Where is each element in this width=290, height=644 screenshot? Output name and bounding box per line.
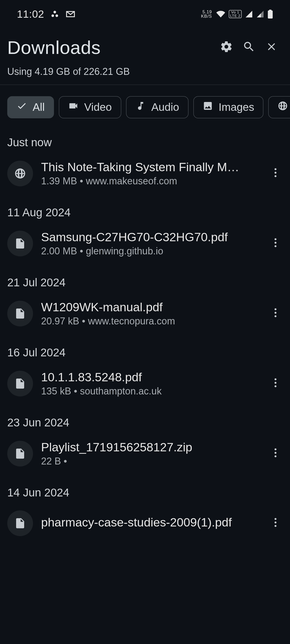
- chip-label: Audio: [151, 101, 179, 114]
- svg-point-10: [274, 245, 276, 247]
- more-vert-icon: [274, 308, 277, 320]
- section-header: 11 Aug 2024: [0, 194, 290, 223]
- video-icon: [68, 101, 79, 114]
- app-bar: Downloads: [0, 28, 290, 63]
- svg-point-5: [274, 168, 276, 170]
- file-icon: [7, 371, 33, 397]
- data-rate: 5.19 KB/S: [201, 10, 212, 19]
- filter-chip-more[interactable]: [268, 96, 290, 119]
- status-time: 11:02: [17, 8, 44, 20]
- battery-icon: [267, 10, 273, 19]
- svg-point-18: [274, 452, 276, 454]
- file-meta: 1.39 MBwww.makeuseof.com: [41, 175, 258, 187]
- file-meta: 20.97 kBwww.tecnopura.com: [41, 316, 258, 327]
- more-options-button[interactable]: [266, 444, 285, 463]
- storage-usage-line: Using 4.19 GB of 226.21 GB: [0, 63, 290, 85]
- globe-icon: [7, 161, 33, 186]
- svg-point-1: [51, 14, 54, 17]
- more-vert-icon: [274, 378, 277, 390]
- svg-point-11: [274, 308, 276, 310]
- svg-point-17: [274, 448, 276, 450]
- downloads-list: Just now This Note-Taking System Finally…: [0, 124, 290, 543]
- svg-point-22: [274, 525, 276, 527]
- filter-chip-audio[interactable]: Audio: [126, 96, 189, 119]
- svg-point-12: [274, 312, 276, 314]
- more-vert-icon: [274, 448, 277, 460]
- file-name: pharmacy-case-studies-2009(1).pdf: [41, 516, 258, 529]
- list-item[interactable]: pharmacy-case-studies-2009(1).pdf: [0, 503, 290, 543]
- more-vert-icon: [274, 237, 277, 250]
- volte-badge-icon: Vo 1 LTE 2: [229, 10, 242, 18]
- file-name: Samsung-C27HG70-C32HG70.pdf: [41, 230, 258, 244]
- filter-chip-all[interactable]: All: [7, 96, 54, 119]
- svg-point-9: [274, 242, 276, 244]
- section-header: 23 Jun 2024: [0, 404, 290, 433]
- check-icon: [17, 101, 27, 114]
- more-vert-icon: [274, 167, 277, 180]
- svg-point-7: [274, 175, 276, 177]
- more-options-button[interactable]: [266, 374, 285, 393]
- filter-chips: All Video Audio Images: [0, 85, 290, 124]
- close-button[interactable]: [260, 36, 283, 59]
- svg-rect-3: [268, 10, 273, 19]
- file-icon: [7, 441, 33, 467]
- file-meta: 135 kBsouthampton.ac.uk: [41, 386, 258, 397]
- status-bar: 11:02 5.19 KB/S Vo 1 LTE 2: [0, 0, 290, 28]
- svg-point-13: [274, 315, 276, 317]
- filter-chip-video[interactable]: Video: [59, 96, 121, 119]
- page-title: Downloads: [7, 37, 215, 58]
- section-header: 21 Jul 2024: [0, 264, 290, 293]
- svg-point-14: [274, 378, 276, 380]
- list-item[interactable]: 10.1.1.83.5248.pdf 135 kBsouthampton.ac.…: [0, 363, 290, 404]
- svg-point-19: [274, 455, 276, 457]
- app-notification-dots-icon: [50, 9, 59, 19]
- section-header: Just now: [0, 124, 290, 153]
- section-header: 16 Jul 2024: [0, 334, 290, 363]
- file-meta: 22 B: [41, 456, 258, 467]
- image-icon: [202, 101, 213, 114]
- more-vert-icon: [274, 517, 277, 529]
- svg-point-20: [274, 518, 276, 520]
- filter-chip-images[interactable]: Images: [193, 96, 263, 119]
- signal-icon: [245, 10, 253, 18]
- list-item[interactable]: Samsung-C27HG70-C32HG70.pdf 2.00 MBglenw…: [0, 223, 290, 264]
- file-icon: [7, 301, 33, 327]
- wifi-icon: [216, 10, 226, 19]
- more-options-button[interactable]: [266, 234, 285, 253]
- gear-icon: [220, 40, 233, 55]
- search-button[interactable]: [238, 36, 260, 59]
- globe-icon: [278, 101, 288, 114]
- file-name: 10.1.1.83.5248.pdf: [41, 370, 258, 384]
- search-icon: [242, 40, 255, 55]
- file-icon: [7, 510, 33, 536]
- chip-label: Images: [219, 101, 254, 114]
- close-icon: [266, 41, 278, 54]
- svg-point-8: [274, 238, 276, 240]
- gmail-icon: [65, 9, 75, 19]
- more-options-button[interactable]: [266, 304, 285, 323]
- svg-point-15: [274, 382, 276, 384]
- file-name: This Note-Taking System Finally M…: [41, 160, 258, 174]
- more-options-button[interactable]: [266, 164, 285, 183]
- audio-icon: [135, 101, 146, 114]
- svg-point-6: [274, 172, 276, 174]
- file-icon: [7, 231, 33, 257]
- file-name: W1209WK-manual.pdf: [41, 300, 258, 314]
- svg-point-21: [274, 521, 276, 523]
- list-item[interactable]: Playlist_1719156258127.zip 22 B: [0, 433, 290, 474]
- list-item[interactable]: This Note-Taking System Finally M… 1.39 …: [0, 153, 290, 194]
- svg-rect-4: [269, 10, 271, 11]
- chip-label: Video: [84, 101, 112, 114]
- list-item[interactable]: W1209WK-manual.pdf 20.97 kBwww.tecnopura…: [0, 293, 290, 334]
- section-header: 14 Jun 2024: [0, 474, 290, 503]
- svg-point-16: [274, 385, 276, 387]
- svg-point-2: [55, 14, 58, 17]
- file-name: Playlist_1719156258127.zip: [41, 440, 258, 454]
- signal-icon-2: [256, 10, 264, 18]
- settings-button[interactable]: [215, 36, 238, 59]
- chip-label: All: [33, 101, 45, 114]
- more-options-button[interactable]: [266, 514, 285, 533]
- svg-point-0: [53, 11, 56, 13]
- file-meta: 2.00 MBglenwing.github.io: [41, 246, 258, 257]
